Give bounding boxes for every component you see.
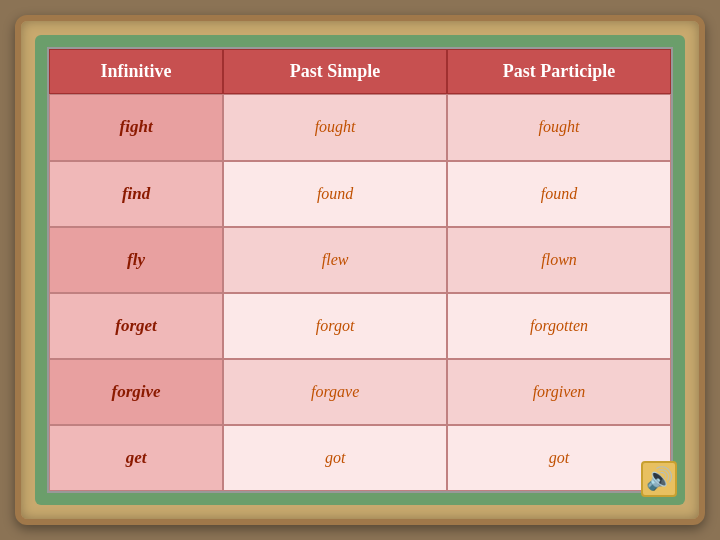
- table-header-row: Infinitive Past Simple Past Participle: [49, 49, 671, 94]
- cell-infinitive: get: [49, 425, 223, 491]
- verb-table: Infinitive Past Simple Past Participle f…: [47, 47, 673, 493]
- cell-infinitive: fight: [49, 94, 223, 160]
- cell-past-simple: forgave: [223, 359, 447, 425]
- cell-infinitive: find: [49, 161, 223, 227]
- cell-infinitive: fly: [49, 227, 223, 293]
- table-row: fight fought fought: [49, 94, 671, 160]
- cell-past-participle: forgiven: [447, 359, 671, 425]
- table-row: find found found: [49, 161, 671, 227]
- table-body: fight fought fought find found found fly: [49, 94, 671, 491]
- board-frame: Infinitive Past Simple Past Participle f…: [15, 15, 705, 525]
- cell-past-simple: found: [223, 161, 447, 227]
- table-row: forget forgot forgotten: [49, 293, 671, 359]
- cell-past-simple: forgot: [223, 293, 447, 359]
- cell-past-simple: flew: [223, 227, 447, 293]
- cell-past-participle: found: [447, 161, 671, 227]
- board-inner: Infinitive Past Simple Past Participle f…: [35, 35, 685, 505]
- table-row: forgive forgave forgiven: [49, 359, 671, 425]
- table-row: fly flew flown: [49, 227, 671, 293]
- cell-past-simple: got: [223, 425, 447, 491]
- cell-past-simple: fought: [223, 94, 447, 160]
- header-infinitive: Infinitive: [49, 49, 223, 94]
- speaker-button[interactable]: 🔊: [641, 461, 677, 497]
- header-past-simple: Past Simple: [223, 49, 447, 94]
- header-past-participle: Past Participle: [447, 49, 671, 94]
- table-row: get got got: [49, 425, 671, 491]
- cell-past-participle: got: [447, 425, 671, 491]
- cell-past-participle: flown: [447, 227, 671, 293]
- cell-infinitive: forget: [49, 293, 223, 359]
- cell-past-participle: forgotten: [447, 293, 671, 359]
- cell-past-participle: fought: [447, 94, 671, 160]
- cell-infinitive: forgive: [49, 359, 223, 425]
